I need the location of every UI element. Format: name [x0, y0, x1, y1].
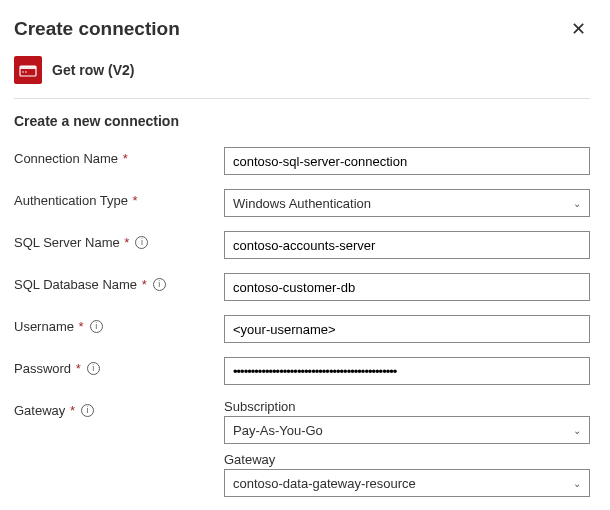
gateway-select[interactable]: contoso-data-gateway-resource ⌄ [224, 469, 590, 497]
chevron-down-icon: ⌄ [573, 425, 581, 436]
sql-database-input[interactable] [224, 273, 590, 301]
connection-name-input[interactable] [224, 147, 590, 175]
sql-connector-icon [14, 56, 42, 84]
username-label: Username * i [14, 315, 224, 334]
sql-server-input[interactable] [224, 231, 590, 259]
auth-type-label: Authentication Type * [14, 189, 224, 208]
auth-type-select[interactable]: Windows Authentication ⌄ [224, 189, 590, 217]
connector-row: Get row (V2) [14, 56, 590, 98]
info-icon[interactable]: i [153, 278, 166, 291]
dialog-title: Create connection [14, 18, 180, 40]
info-icon[interactable]: i [81, 404, 94, 417]
connection-name-label: Connection Name * [14, 147, 224, 166]
svg-point-3 [25, 71, 27, 73]
svg-point-2 [22, 71, 24, 73]
connector-name: Get row (V2) [52, 62, 134, 78]
subscription-select[interactable]: Pay-As-You-Go ⌄ [224, 416, 590, 444]
sql-database-label: SQL Database Name * i [14, 273, 224, 292]
close-icon[interactable]: ✕ [567, 18, 590, 40]
chevron-down-icon: ⌄ [573, 478, 581, 489]
subscription-value: Pay-As-You-Go [233, 423, 323, 438]
username-input[interactable] [224, 315, 590, 343]
gateway-sublabel: Gateway [224, 452, 590, 467]
password-input[interactable] [224, 357, 590, 385]
sql-server-label: SQL Server Name * i [14, 231, 224, 250]
gateway-label: Gateway * i [14, 399, 224, 418]
info-icon[interactable]: i [87, 362, 100, 375]
auth-type-value: Windows Authentication [233, 196, 371, 211]
subscription-sublabel: Subscription [224, 399, 590, 414]
section-heading: Create a new connection [14, 113, 590, 129]
required-star: * [119, 151, 128, 166]
gateway-value: contoso-data-gateway-resource [233, 476, 416, 491]
password-label: Password * i [14, 357, 224, 376]
connection-form: Connection Name * Authentication Type * … [14, 147, 590, 497]
info-icon[interactable]: i [90, 320, 103, 333]
svg-rect-1 [20, 66, 36, 69]
info-icon[interactable]: i [135, 236, 148, 249]
divider [14, 98, 590, 99]
chevron-down-icon: ⌄ [573, 198, 581, 209]
